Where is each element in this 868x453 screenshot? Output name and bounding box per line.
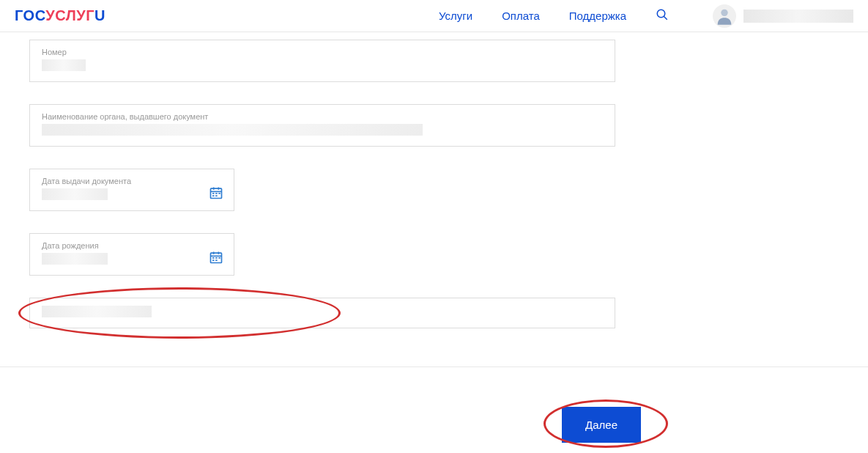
logo-part-2: УСЛУГ (45, 7, 94, 23)
header: ГОСУСЛУГU Услуги Оплата Поддержка (0, 0, 868, 32)
svg-rect-20 (215, 259, 218, 261)
svg-rect-10 (212, 195, 215, 196)
svg-rect-18 (218, 257, 220, 259)
svg-point-0 (657, 10, 665, 18)
logo-part-3: U (94, 7, 105, 23)
avatar (713, 4, 736, 28)
user-name (743, 10, 853, 23)
highlighted-field-wrap (29, 298, 615, 328)
birth-date-field[interactable]: Дата рождения (29, 233, 234, 276)
footer-button-wrap: Далее (562, 407, 641, 443)
issue-date-label: Дата выдачи документа (42, 177, 222, 185)
svg-rect-11 (215, 195, 218, 196)
svg-rect-19 (212, 259, 215, 261)
issuer-field[interactable]: Наименование органа, выдавшего документ (29, 104, 615, 147)
issuer-label: Наименование органа, выдавшего документ (42, 112, 603, 121)
calendar-icon[interactable] (209, 250, 223, 268)
svg-line-1 (664, 16, 667, 20)
form-container: Номер Наименование органа, выдавшего док… (0, 32, 645, 328)
search-icon[interactable] (656, 8, 669, 24)
additional-field[interactable] (29, 298, 615, 328)
svg-point-2 (721, 9, 727, 15)
user-section[interactable] (713, 4, 853, 28)
nav-support[interactable]: Поддержка (569, 10, 626, 22)
issuer-value (42, 124, 423, 136)
svg-rect-7 (212, 193, 215, 194)
calendar-icon[interactable] (209, 185, 223, 203)
number-field[interactable]: Номер (29, 40, 615, 82)
svg-rect-17 (215, 257, 218, 259)
nav-services[interactable]: Услуги (439, 10, 472, 22)
issue-date-field[interactable]: Дата выдачи документа (29, 169, 234, 211)
issue-date-value (42, 188, 108, 200)
svg-rect-9 (218, 193, 220, 194)
number-label: Номер (42, 48, 603, 56)
birth-date-label: Дата рождения (42, 241, 222, 250)
logo-part-1: ГОС (15, 7, 45, 23)
divider (0, 367, 868, 367)
svg-rect-8 (215, 193, 218, 194)
additional-value (42, 306, 152, 317)
main-nav: Услуги Оплата Поддержка (439, 8, 669, 24)
next-button[interactable]: Далее (562, 407, 641, 443)
birth-date-value (42, 253, 108, 265)
nav-payment[interactable]: Оплата (502, 10, 540, 22)
number-value (42, 59, 86, 71)
svg-rect-16 (212, 257, 215, 259)
site-logo: ГОСУСЛУГU (15, 7, 105, 24)
